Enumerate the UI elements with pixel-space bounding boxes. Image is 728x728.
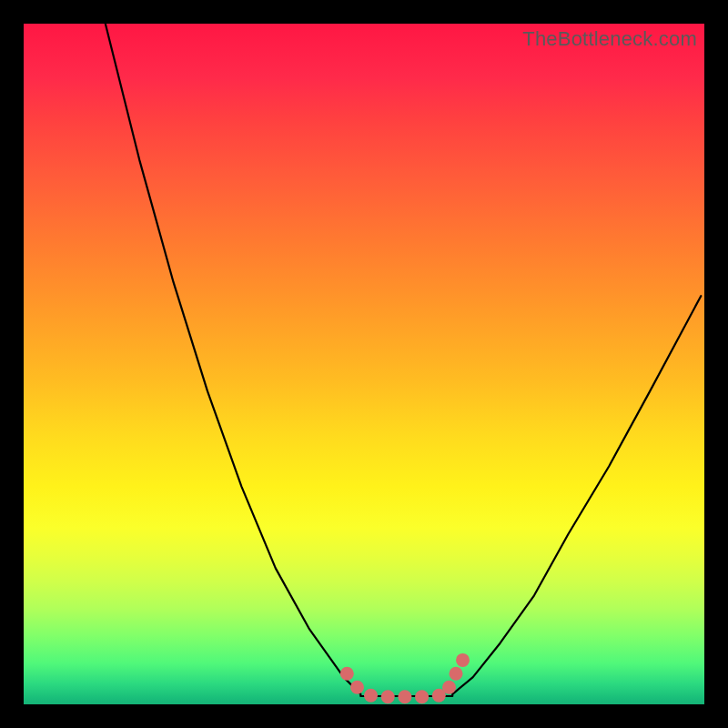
curve-marker [340, 667, 354, 681]
chart-frame: TheBottleneck.com [0, 0, 728, 728]
curve-marker [450, 667, 463, 681]
curve-marker [350, 681, 364, 694]
curve-path [106, 24, 702, 696]
curve-marker [456, 653, 470, 667]
curve-marker [398, 690, 411, 703]
curve-marker [415, 690, 429, 703]
curve-marker [381, 690, 395, 703]
curve-marker [442, 681, 456, 694]
bottleneck-curve [24, 24, 704, 704]
plot-area: TheBottleneck.com [24, 24, 704, 704]
curve-marker [364, 689, 378, 703]
